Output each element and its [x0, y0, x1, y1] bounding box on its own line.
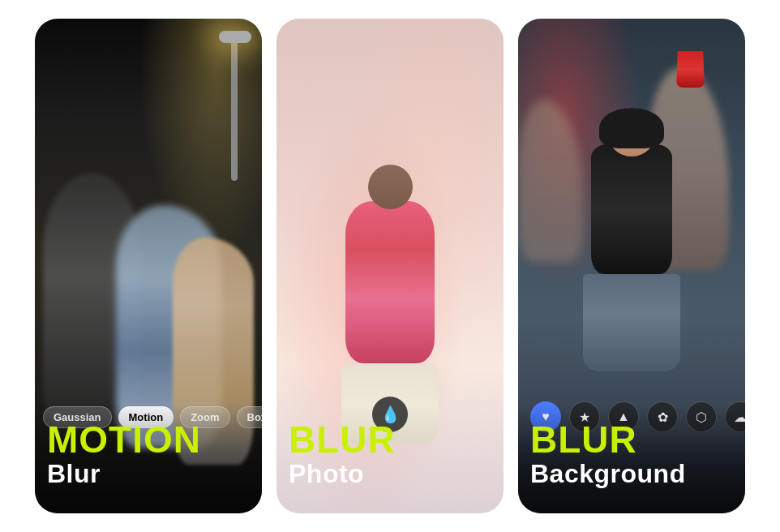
card-label: MOTION Blur: [35, 405, 262, 513]
red-cup-decoration: [676, 51, 705, 88]
card-main-title: BLUR: [530, 421, 733, 458]
card-label: BLUR Photo: [276, 405, 504, 513]
main-figure: [567, 108, 696, 448]
figure-hair: [599, 108, 664, 148]
card-sub-title: Photo: [289, 458, 491, 489]
blur-background-card[interactable]: ♥ ★ ▲ ✿ ⬡ ☁ BLUR Background: [518, 19, 745, 513]
figure-head: [368, 165, 413, 209]
cards-container: Gaussian Motion Zoom Box MOTION Blur 💧: [19, 2, 761, 530]
figure-body: [345, 201, 435, 363]
figure-skirt: [583, 274, 680, 371]
card-label: BLUR Background: [518, 405, 745, 513]
card-sub-title: Blur: [47, 458, 250, 489]
figure-head: [607, 108, 656, 157]
motion-blur-card[interactable]: Gaussian Motion Zoom Box MOTION Blur: [35, 19, 262, 513]
card-main-title: MOTION: [47, 421, 250, 458]
blur-photo-card[interactable]: 💧 BLUR Photo: [276, 19, 504, 513]
streetlight-decoration: [231, 35, 238, 181]
card-sub-title: Background: [530, 458, 733, 489]
figure-top: [591, 144, 672, 274]
card-main-title: BLUR: [289, 421, 491, 458]
